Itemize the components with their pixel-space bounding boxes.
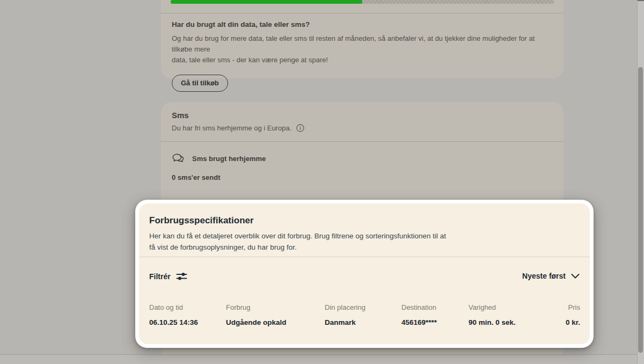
- page-footer-area: [0, 355, 644, 364]
- sort-selected-value: Nyeste først: [522, 272, 566, 280]
- footer-divider: [0, 354, 644, 355]
- cell-destination: 456169****: [401, 318, 469, 326]
- usage-progress-fill: [171, 0, 362, 4]
- usage-table-row: 06.10.25 14:36 Udgående opkald Danmark 4…: [149, 318, 580, 326]
- spotlight-divider: [139, 257, 590, 257]
- scrollbar-thumb[interactable]: [638, 67, 643, 353]
- sliders-icon: [176, 272, 187, 281]
- spotlight-description-line1: Her kan du få et detaljeret overblik ove…: [149, 232, 446, 240]
- header-destination: Destination: [401, 303, 469, 311]
- scrollbar-top-cap: [638, 0, 644, 1]
- cell-your-location: Danmark: [325, 318, 401, 326]
- chat-bubbles-icon: [172, 153, 185, 164]
- consumption-specifications-card: Forbrugsspecifikationer Her kan du få et…: [135, 200, 594, 348]
- scrollbar-track[interactable]: [637, 0, 644, 364]
- usage-progress-bar: [171, 0, 554, 4]
- filter-button[interactable]: Filtrér: [149, 272, 187, 281]
- spotlight-title: Forbrugsspecifikationer: [149, 215, 254, 226]
- spotlight-description: Her kan du få et detaljeret overblik ove…: [149, 230, 446, 253]
- usage-table: Dato og tid Forbrug Din placering Destin…: [149, 303, 580, 326]
- cell-duration: 90 min. 0 sek.: [469, 318, 547, 326]
- upsell-body-line2: data, tale eller sms - der kan være peng…: [172, 56, 328, 64]
- cell-usage-type: Udgående opkald: [226, 318, 325, 326]
- header-duration: Varighed: [469, 303, 547, 311]
- sms-usage-label: Sms brugt herhjemme: [192, 155, 266, 163]
- sms-card-title: Sms: [172, 111, 189, 120]
- header-your-location: Din placering: [325, 303, 401, 311]
- usage-upsell-card: Har du brugt alt din data, tale eller sm…: [161, 0, 564, 78]
- cell-price: 0 kr.: [547, 318, 580, 326]
- consumption-specifications-inner: Forbrugsspecifikationer Her kan du få et…: [139, 203, 590, 344]
- upsell-body-line1: Og har du brug for mere data, tale eller…: [172, 34, 535, 53]
- spotlight-description-line2: få vist de forbrugsoplysninger, du har b…: [149, 243, 297, 251]
- card-section-divider: [161, 13, 564, 13]
- go-to-addons-button[interactable]: Gå til tilkøb: [172, 75, 228, 92]
- header-usage-type: Forbrug: [226, 303, 325, 311]
- header-price: Pris: [547, 303, 580, 311]
- usage-table-header: Dato og tid Forbrug Din placering Destin…: [149, 303, 580, 311]
- sms-card-subtitle: Du har fri sms herhjemme og i Europa.: [172, 124, 291, 132]
- sort-dropdown[interactable]: Nyeste først: [522, 272, 580, 280]
- upsell-body: Og har du brug for mere data, tale eller…: [172, 33, 553, 65]
- chevron-down-icon: [571, 274, 580, 279]
- header-date-time: Dato og tid: [149, 303, 226, 311]
- info-icon[interactable]: [296, 124, 304, 132]
- upsell-heading: Har du brugt alt din data, tale eller sm…: [172, 20, 553, 28]
- filter-label: Filtrér: [149, 272, 171, 281]
- sms-usage-value: 0 sms'er sendt: [172, 173, 221, 181]
- cell-date-time: 06.10.25 14:36: [149, 318, 226, 326]
- card-section-divider: [161, 141, 564, 142]
